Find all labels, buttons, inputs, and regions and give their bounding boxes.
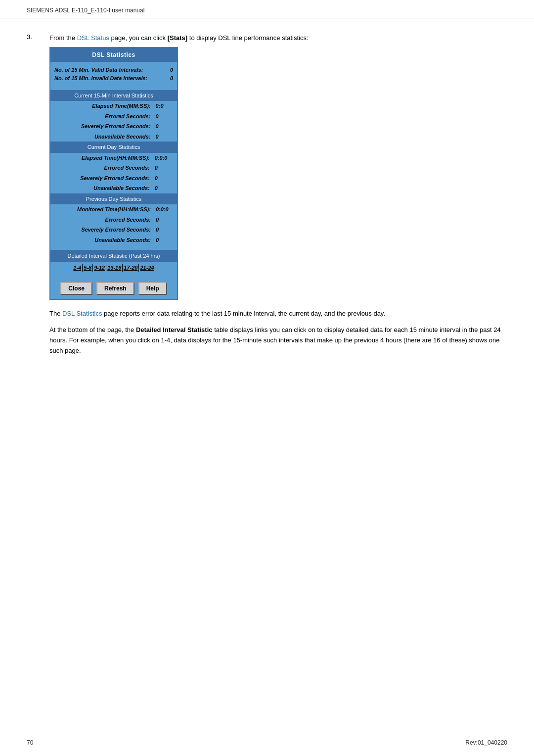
unavailable-label-1: Unavailable Seconds: (50, 132, 153, 142)
table-row: Severely Errored Seconds: 0 (50, 225, 177, 235)
interval-link-5-8[interactable]: 5-8 (83, 264, 93, 272)
dsl-statistics-panel: DSL Statistics No. of 15 Min. Valid Data… (49, 47, 178, 300)
table-row: Errored Seconds: 0 (50, 111, 177, 122)
close-button[interactable]: Close (60, 282, 92, 295)
unavailable-label-3: Unavailable Seconds: (50, 235, 153, 245)
page-footer: 70 Rev:01_040220 (27, 739, 507, 746)
step-3-row: 3. From the DSL Status page, you can cli… (27, 33, 507, 362)
errored-sec-label-3: Errored Seconds: (50, 215, 153, 225)
interval-link-13-16[interactable]: 13-16 (106, 264, 123, 272)
monitored-time-label: Monitored Time(HH:MM:SS): (50, 204, 153, 215)
table-row: Unavailable Seconds: 0 (50, 132, 177, 142)
severely-errored-value-2: 0 (152, 173, 177, 184)
elapsed-hh-mm-ss-label: Elapsed Time(HH:MM:SS): (50, 153, 152, 163)
section2-header: Current Day Statistics (50, 142, 177, 153)
section3-header: Previous Day Statistics (50, 193, 177, 205)
errored-sec-label-1: Errored Seconds: (50, 111, 153, 122)
dsl-info-block: No. of 15 Min. Valid Data Intervals: 0 N… (50, 62, 177, 85)
detailed-interval-bold: Detailed Interval Statistic (136, 326, 213, 333)
severely-errored-label-2: Severely Errored Seconds: (50, 173, 152, 184)
unavailable-value-1: 0 (153, 132, 177, 142)
description-para1: The DSL Statistics page reports error da… (49, 309, 507, 319)
dsl-status-link[interactable]: DSL Status (77, 34, 109, 42)
severely-errored-label-1: Severely Errored Seconds: (50, 121, 153, 132)
interval-link-1-4[interactable]: 1-4 (72, 264, 83, 272)
errored-sec-value-2: 0 (152, 163, 177, 173)
spacer-3 (50, 273, 177, 278)
section2-table: Elapsed Time(HH:MM:SS): 0:0:0 Errored Se… (50, 153, 177, 193)
dsl-buttons-row: Close Refresh Help (50, 278, 177, 299)
section1-header: Current 15-Min Interval Statistics (50, 90, 177, 101)
table-row: Errored Seconds: 0 (50, 215, 177, 225)
valid-value: 0 (170, 66, 173, 75)
severely-errored-label-3: Severely Errored Seconds: (50, 225, 153, 235)
step-intro-end: to display DSL line performance statisti… (187, 34, 308, 42)
spacer-2 (50, 245, 177, 250)
invalid-intervals-row: No. of 15 Min. Invalid Data Intervals: 0 (54, 74, 173, 83)
interval-links-row: 1-4 5-8 9-12 13-16 17-20 21-24 (50, 262, 177, 274)
errored-sec-value-3: 0 (153, 215, 177, 225)
interval-link-9-12[interactable]: 9-12 (93, 264, 106, 272)
table-row: Elapsed Time(MM:SS): 0:0 (50, 101, 177, 111)
table-row: Errored Seconds: 0 (50, 163, 177, 173)
step-content: From the DSL Status page, you can click … (49, 33, 507, 362)
elapsed-mm-ss-label: Elapsed Time(MM:SS): (50, 101, 153, 111)
table-row: Severely Errored Seconds: 0 (50, 173, 177, 184)
interval-link-17-20[interactable]: 17-20 (123, 264, 139, 272)
table-row: Unavailable Seconds: 0 (50, 235, 177, 245)
table-row: Monitored Time(HH:MM:SS): 0:0:0 (50, 204, 177, 215)
table-row: Severely Errored Seconds: 0 (50, 121, 177, 132)
table-row: Elapsed Time(HH:MM:SS): 0:0:0 (50, 153, 177, 163)
table-row: Unavailable Seconds: 0 (50, 183, 177, 193)
interval-header: Detailed Interval Statistic (Past 24 hrs… (50, 250, 177, 262)
elapsed-hh-mm-ss-value: 0:0:0 (152, 153, 177, 163)
header-title: SIEMENS ADSL E-110_E-110-I user manual (27, 7, 144, 14)
para1-start: The (49, 310, 62, 317)
unavailable-value-3: 0 (153, 235, 177, 245)
page-header: SIEMENS ADSL E-110_E-110-I user manual (0, 0, 534, 18)
step-intro-rest: page, you can click (109, 34, 168, 42)
section3-table: Monitored Time(HH:MM:SS): 0:0:0 Errored … (50, 204, 177, 245)
help-button[interactable]: Help (138, 282, 167, 295)
errored-sec-value-1: 0 (153, 111, 177, 122)
revision-text: Rev:01_040220 (465, 739, 507, 746)
step-number: 3. (27, 33, 42, 362)
unavailable-label-2: Unavailable Seconds: (50, 183, 152, 193)
errored-sec-label-2: Errored Seconds: (50, 163, 152, 173)
dsl-panel-title: DSL Statistics (50, 48, 177, 62)
page-number: 70 (27, 739, 33, 746)
spacer-1 (50, 85, 177, 90)
description-para2: At the bottom of the page, the Detailed … (49, 325, 507, 356)
step-intro-text: From the (49, 34, 77, 42)
dsl-stats-link[interactable]: DSL Statistics (62, 310, 102, 317)
interval-link-21-24[interactable]: 21-24 (139, 264, 155, 272)
stats-bold-text: [Stats] (168, 34, 187, 42)
section1-table: Elapsed Time(MM:SS): 0:0 Errored Seconds… (50, 101, 177, 142)
unavailable-value-2: 0 (152, 183, 177, 193)
monitored-time-value: 0:0:0 (153, 204, 177, 215)
elapsed-mm-ss-value: 0:0 (153, 101, 177, 111)
content-area: 3. From the DSL Status page, you can cli… (0, 18, 534, 385)
invalid-value: 0 (170, 74, 173, 83)
severely-errored-value-3: 0 (153, 225, 177, 235)
invalid-label: No. of 15 Min. Invalid Data Intervals: (54, 74, 147, 83)
para1-end: page reports error data relating to the … (102, 310, 385, 317)
valid-intervals-row: No. of 15 Min. Valid Data Intervals: 0 (54, 66, 173, 75)
valid-label: No. of 15 Min. Valid Data Intervals: (54, 66, 143, 75)
refresh-button[interactable]: Refresh (96, 282, 134, 295)
severely-errored-value-1: 0 (153, 121, 177, 132)
